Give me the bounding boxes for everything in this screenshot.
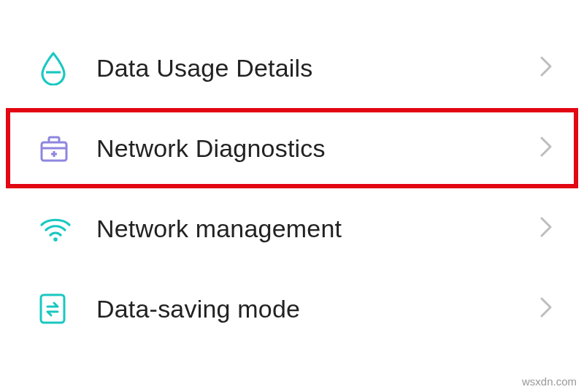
settings-list: Data Usage Details Network Diagnostics [0,0,584,349]
list-item-network-management[interactable]: Network management [0,188,584,269]
svg-rect-6 [41,295,64,323]
list-item-network-diagnostics[interactable]: Network Diagnostics [6,108,578,188]
list-item-data-saving[interactable]: Data-saving mode [0,269,584,349]
list-item-label: Data Usage Details [79,54,539,82]
swap-icon [38,292,79,326]
chevron-right-icon [539,215,553,242]
chevron-right-icon [539,296,553,322]
list-item-label: Network Diagnostics [79,134,539,163]
water-drop-icon [38,50,79,85]
wifi-icon [38,214,79,243]
list-item-data-usage[interactable]: Data Usage Details [0,28,584,108]
list-item-label: Data-saving mode [79,295,539,323]
toolbox-icon [38,132,79,164]
chevron-right-icon [539,55,553,81]
watermark-text: wsxdn.com [522,375,577,388]
svg-point-5 [53,237,58,242]
list-item-label: Network management [79,215,539,243]
chevron-right-icon [539,135,553,161]
